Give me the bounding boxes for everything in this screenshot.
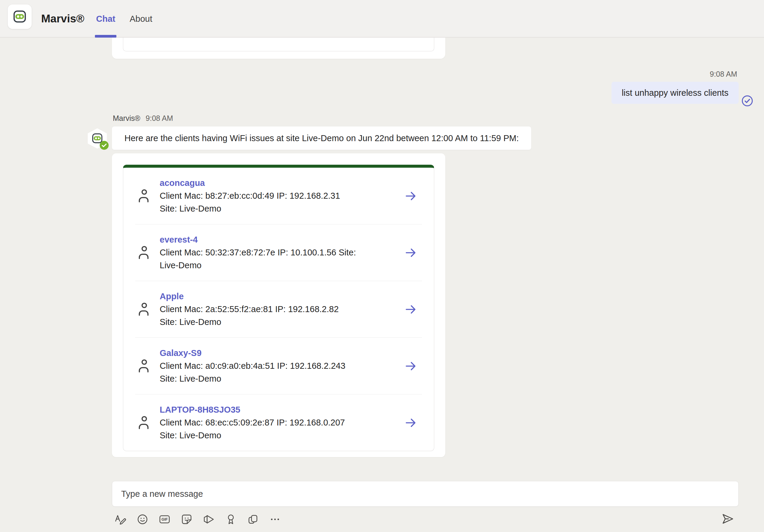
- format-icon[interactable]: [114, 513, 126, 525]
- client-details: Client Mac: 68:ec:c5:09:2e:87 IP: 192.16…: [160, 418, 345, 440]
- message-input[interactable]: [112, 481, 739, 507]
- bot-message-bubble: Here are the clients having WiFi issues …: [112, 126, 531, 150]
- user-message-bubble: list unhappy wireless clients: [612, 82, 739, 104]
- client-arrow-icon[interactable]: [404, 246, 417, 259]
- marvis-logo: [8, 4, 32, 29]
- client-name-link[interactable]: LAPTOP-8H8SJO35: [160, 403, 357, 416]
- person-icon: [136, 244, 152, 261]
- svg-text:GIF: GIF: [161, 517, 168, 522]
- client-row[interactable]: Galaxy-S9 Client Mac: a0:c9:a0:eb:4a:51 …: [123, 338, 434, 394]
- client-arrow-icon[interactable]: [404, 303, 417, 316]
- page-title: Marvis®: [41, 0, 85, 38]
- send-button[interactable]: [720, 512, 734, 526]
- person-icon: [136, 415, 152, 431]
- person-icon: [136, 301, 152, 318]
- available-check-badge-icon: [100, 141, 108, 150]
- previous-card-partial: [112, 38, 445, 59]
- bot-sender-name: Marvis®: [113, 114, 140, 122]
- client-arrow-icon[interactable]: [404, 360, 417, 373]
- clients-card: aconcagua Client Mac: b8:27:eb:cc:0d:49 …: [112, 153, 445, 457]
- tab-about[interactable]: About: [129, 0, 152, 38]
- clients-list: aconcagua Client Mac: b8:27:eb:cc:0d:49 …: [123, 165, 434, 451]
- sent-check-icon: [741, 95, 753, 107]
- app-header: Marvis® Chat About: [0, 0, 764, 38]
- client-details: Client Mac: 50:32:37:e8:72:7e IP: 10.100…: [160, 248, 356, 270]
- client-row[interactable]: everest-4 Client Mac: 50:32:37:e8:72:7e …: [123, 224, 434, 281]
- user-message-timestamp: 9:08 AM: [710, 70, 737, 79]
- client-arrow-icon[interactable]: [404, 189, 417, 203]
- composer-toolbar: GIF: [114, 513, 281, 525]
- video-clip-icon[interactable]: [203, 513, 215, 525]
- tab-bar: Chat About: [96, 0, 152, 38]
- person-icon: [136, 358, 152, 374]
- person-icon: [136, 188, 152, 204]
- loop-component-icon[interactable]: [247, 513, 259, 525]
- previous-card-inner: [123, 38, 434, 51]
- emoji-icon[interactable]: [136, 513, 149, 525]
- bot-message-timestamp: 9:08 AM: [146, 114, 173, 122]
- client-row[interactable]: Apple Client Mac: 2a:52:55:f2:ae:81 IP: …: [123, 281, 434, 337]
- client-details: Client Mac: a0:c9:a0:eb:4a:51 IP: 192.16…: [160, 361, 345, 383]
- client-row[interactable]: aconcagua Client Mac: b8:27:eb:cc:0d:49 …: [123, 168, 434, 224]
- gif-icon[interactable]: GIF: [158, 513, 171, 525]
- robot-icon: [11, 8, 28, 25]
- praise-icon[interactable]: [225, 513, 237, 525]
- client-name-link[interactable]: Apple: [160, 290, 357, 303]
- bot-message-meta: Marvis®9:08 AM: [113, 114, 173, 123]
- tab-chat[interactable]: Chat: [96, 0, 115, 38]
- client-name-link[interactable]: aconcagua: [160, 177, 357, 189]
- client-details: Client Mac: 2a:52:55:f2:ae:81 IP: 192.16…: [160, 304, 339, 327]
- more-options-icon[interactable]: [269, 513, 281, 525]
- bot-avatar: [88, 128, 107, 149]
- client-name-link[interactable]: Galaxy-S9: [160, 347, 357, 360]
- client-details: Client Mac: b8:27:eb:cc:0d:49 IP: 192.16…: [160, 191, 340, 213]
- client-name-link[interactable]: everest-4: [160, 233, 357, 246]
- client-row[interactable]: LAPTOP-8H8SJO35 Client Mac: 68:ec:c5:09:…: [123, 395, 434, 451]
- client-arrow-icon[interactable]: [404, 416, 417, 429]
- sticker-icon[interactable]: [181, 513, 193, 525]
- chat-scroll-area[interactable]: 9:08 AM list unhappy wireless clients Ma…: [0, 38, 764, 532]
